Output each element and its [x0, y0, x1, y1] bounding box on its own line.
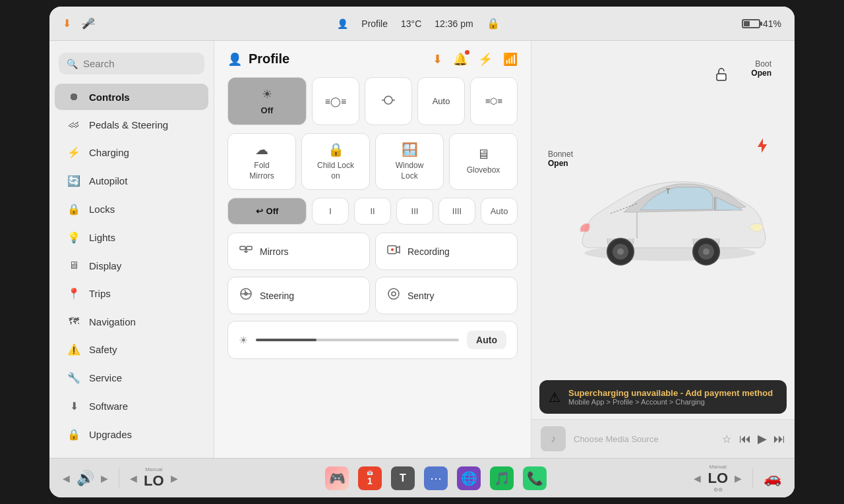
wiper-auto-label: Auto	[491, 206, 508, 216]
favorite-icon[interactable]: ☆	[722, 433, 731, 445]
profile-download-icon[interactable]: ⬇	[433, 52, 442, 67]
sidebar-item-safety[interactable]: ⚠️ Safety	[55, 336, 208, 363]
profile-bluetooth-icon[interactable]: ⚡	[478, 52, 493, 67]
wiper-4-button[interactable]: IIII	[438, 198, 475, 225]
wiper-3-label: III	[411, 206, 419, 216]
sidebar-item-trips[interactable]: 📍 Trips	[55, 280, 208, 307]
svg-point-14	[388, 289, 399, 299]
sidebar-item-upgrades[interactable]: 🔒 Upgrades	[55, 421, 208, 448]
sidebar-item-navigation[interactable]: 🗺 Navigation	[55, 308, 208, 335]
bonnet-value: Open	[548, 159, 573, 168]
child-lock-label: Child Lockon	[317, 161, 354, 181]
charging-icon: ⚡	[67, 146, 81, 159]
profile-person-icon: 👤	[227, 52, 242, 67]
app-phone[interactable]: 📞	[523, 466, 547, 490]
next-button[interactable]: ⏭	[773, 432, 785, 446]
search-box[interactable]: 🔍	[59, 53, 204, 74]
recording-button[interactable]: Recording	[375, 233, 518, 270]
sidebar-item-lights[interactable]: 💡 Lights	[55, 224, 208, 251]
fold-mirrors-button[interactable]: ☁ FoldMirrors	[227, 133, 296, 190]
profile-title: Profile	[249, 51, 289, 67]
media-source-text: Choose Media Source	[574, 434, 714, 444]
wiper-1-button[interactable]: I	[312, 198, 349, 225]
display-icon: 🖥	[67, 260, 81, 271]
taskbar-arrow-left-lo[interactable]: ◀	[130, 473, 137, 484]
app-tesla[interactable]: T	[391, 466, 415, 490]
profile-signal-icon[interactable]: 📶	[503, 52, 518, 67]
window-lock-button[interactable]: 🪟 WindowLock	[375, 133, 444, 190]
sidebar-item-pedals[interactable]: 🏎 Pedals & Steering	[55, 111, 208, 138]
status-bar-right: 41%	[742, 18, 781, 29]
app-spotify[interactable]: 🎵	[490, 466, 514, 490]
battery-percent: 41%	[763, 18, 781, 29]
warning-icon: ⚠	[549, 389, 560, 405]
sentry-button[interactable]: Sentry	[375, 277, 518, 314]
brightness-auto-button[interactable]: Auto	[467, 331, 506, 349]
sidebar-item-software[interactable]: ⬇ Software	[55, 393, 208, 420]
app-dots[interactable]: ⋯	[424, 466, 448, 490]
app-browser[interactable]: 🌐	[457, 466, 481, 490]
trips-label: Trips	[89, 288, 111, 299]
bonnet-label: Bonnet	[548, 150, 573, 159]
search-icon: 🔍	[67, 59, 78, 69]
brightness-slider[interactable]	[256, 339, 459, 341]
play-button[interactable]: ▶	[758, 432, 767, 446]
car-status-icon[interactable]: 🚗	[764, 470, 781, 487]
profile-bell-icon[interactable]: 🔔	[453, 52, 467, 67]
sidebar-item-controls[interactable]: ⏺ Controls	[55, 84, 208, 110]
taskbar-arrow-left-lo-right[interactable]: ◀	[694, 473, 701, 484]
taskbar-arrow-right-vol[interactable]: ▶	[101, 473, 108, 484]
steering-button[interactable]: Steering	[227, 277, 370, 314]
taskbar-arrow-right-lo-right[interactable]: ▶	[735, 473, 742, 484]
wiper-3-button[interactable]: III	[396, 198, 433, 225]
software-label: Software	[89, 401, 128, 412]
taskbar-lo-left: Manual LO	[144, 466, 164, 490]
svg-point-22	[617, 248, 624, 255]
sidebar-item-service[interactable]: 🔧 Service	[55, 364, 208, 391]
prev-button[interactable]: ⏮	[739, 432, 751, 446]
controls-label: Controls	[89, 92, 130, 103]
clock: 12:36 pm	[435, 18, 473, 29]
status-bar-center: 👤 Profile 13°C 12:36 pm 🔒	[106, 17, 731, 30]
svg-point-25	[703, 248, 709, 255]
wiper-2-button[interactable]: II	[354, 198, 391, 225]
steering-icon	[239, 287, 253, 304]
autopilot-icon: 🔄	[67, 175, 81, 187]
steering-sentry-row: Steering Sentry	[227, 277, 518, 314]
wiper-auto-button[interactable]: Auto	[481, 198, 518, 225]
car-image: T	[571, 161, 769, 275]
lights-mode5-button[interactable]: ≡⬡≡	[470, 77, 518, 125]
boot-lock-icon	[714, 67, 729, 84]
supercharging-notification[interactable]: ⚠ Supercharging unavailable - Add paymen…	[539, 380, 787, 414]
taskbar-arrow-left-vol[interactable]: ◀	[63, 473, 70, 484]
boot-status: Boot Open	[751, 59, 771, 78]
taskbar-arrow-right-lo[interactable]: ▶	[171, 473, 178, 484]
app-calendar[interactable]: 📅 1	[358, 466, 382, 490]
battery-indicator: 41%	[742, 18, 781, 29]
taskbar-lo-right: Manual LO ⚙⚙	[708, 464, 728, 493]
boot-label: Boot	[751, 59, 771, 69]
lights-off-button[interactable]: ☀ Off	[227, 77, 307, 125]
lights-mode2-button[interactable]: ≡◯≡	[312, 77, 359, 125]
profile-label: Profile	[361, 18, 388, 29]
lights-mode3-button[interactable]	[365, 77, 412, 125]
sidebar-item-locks[interactable]: 🔒 Locks	[55, 196, 208, 223]
profile-header: 👤 Profile ⬇ 🔔 ⚡ 📶	[227, 51, 518, 67]
mirrors-button[interactable]: Mirrors	[227, 233, 370, 270]
app-toys[interactable]: 🎮	[325, 466, 349, 490]
svg-rect-3	[240, 246, 245, 250]
upgrades-icon: 🔒	[67, 428, 81, 441]
sidebar-item-autopilot[interactable]: 🔄 Autopilot	[55, 167, 208, 194]
sidebar-item-display[interactable]: 🖥 Display	[55, 252, 208, 279]
lights-auto-button[interactable]: Auto	[417, 77, 465, 125]
glovebox-button[interactable]: 🖥 Glovebox	[449, 133, 518, 190]
svg-rect-4	[247, 246, 252, 250]
lights-icon: 💡	[67, 231, 81, 244]
sidebar-item-charging[interactable]: ⚡ Charging	[55, 139, 208, 166]
search-input[interactable]	[83, 58, 196, 69]
child-lock-button[interactable]: 🔒 Child Lockon	[301, 133, 370, 190]
lo-manual-label-right: Manual	[709, 464, 727, 470]
wiper-off-button[interactable]: ↩ Off	[227, 198, 307, 225]
window-lock-icon: 🪟	[402, 142, 418, 157]
volume-icon[interactable]: 🔊	[76, 470, 94, 487]
